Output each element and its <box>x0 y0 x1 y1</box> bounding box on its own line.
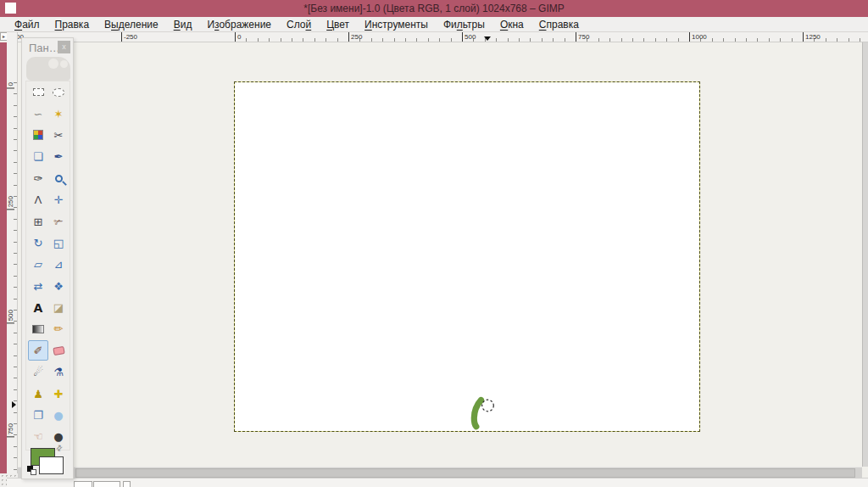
flip-icon: ⇄ <box>34 281 43 292</box>
airbrush-icon: ☄ <box>33 367 43 378</box>
tool-button-flip[interactable]: ⇄ <box>28 276 48 296</box>
tool-button-pencil[interactable]: ✏ <box>48 319 69 339</box>
menu-select[interactable]: Выделение <box>97 19 166 31</box>
menu-tools[interactable]: Инструменты <box>357 19 436 31</box>
color-picker-icon: ✑ <box>34 173 43 184</box>
blur-sharpen-icon: ● <box>53 410 63 421</box>
title-bar: *[Без имени]-1.0 (Цвета RGB, 1 слой) 102… <box>0 0 868 17</box>
menu-edit[interactable]: Правка <box>47 19 97 31</box>
menu-windows[interactable]: Окна <box>492 19 531 31</box>
scale-icon: ◱ <box>53 238 64 249</box>
tool-button-perspective-clone[interactable]: ❐ <box>28 406 48 426</box>
rotate-icon: ↻ <box>34 238 43 249</box>
menu-view[interactable]: Вид <box>166 19 200 31</box>
vertical-ruler[interactable]: 0250500750 <box>7 32 18 478</box>
canvas-background[interactable] <box>18 42 868 467</box>
tool-button-paintbrush[interactable]: ✐ <box>28 340 48 361</box>
text-icon: A <box>34 302 43 314</box>
statusbar-widget[interactable] <box>123 481 131 487</box>
select-by-color-icon <box>33 130 43 140</box>
zoom-icon <box>55 175 63 182</box>
toolbox-tab-label[interactable]: Пан… <box>29 42 60 54</box>
tool-button-zoom[interactable] <box>48 168 69 188</box>
bucket-fill-icon: ◪ <box>53 302 64 313</box>
h-ruler-label: 500 <box>462 32 476 42</box>
crop-icon: ✃ <box>54 216 64 227</box>
free-select-icon: ∽ <box>34 109 43 120</box>
statusbar-widget[interactable] <box>93 481 120 487</box>
scissors-select-icon: ✂ <box>54 130 64 141</box>
v-ruler-label: 0 <box>7 82 14 88</box>
default-colors-icon[interactable] <box>27 466 36 475</box>
tool-button-paths[interactable]: ✒ <box>48 147 69 167</box>
tool-button-ellipse-select[interactable] <box>48 82 69 103</box>
menu-image[interactable]: Изображение <box>199 19 279 31</box>
pencil-icon: ✏ <box>54 323 64 334</box>
v-ruler-pointer-marker <box>12 401 16 408</box>
paintbrush-icon: ✐ <box>34 345 43 356</box>
tool-button-free-select[interactable]: ∽ <box>28 104 48 124</box>
horizontal-ruler[interactable]: -500-250025050075010001250 <box>18 32 868 42</box>
h-ruler-label: 1000 <box>689 32 707 42</box>
h-ruler-label: 0 <box>235 32 241 42</box>
tool-button-heal[interactable]: ✚ <box>48 383 69 404</box>
tool-button-alignment[interactable]: ⊞ <box>28 211 48 232</box>
background-color-swatch[interactable] <box>39 456 64 474</box>
ellipse-select-icon <box>53 88 64 97</box>
h-ruler-label: 750 <box>576 32 589 42</box>
tool-button-eraser[interactable] <box>48 340 69 361</box>
gradient-icon <box>32 325 44 333</box>
vertical-scrollbar[interactable] <box>862 42 868 467</box>
toolbox-panel: Пан… x ∽✶✂❏✒✑Λ✛⊞✃↻◱▱⊿⇄❖A◪✏✐☄⚗♟✚❐●☜● ⇄ <box>21 37 74 479</box>
background-window-edge <box>0 42 7 487</box>
menu-file[interactable]: Файл <box>7 19 47 31</box>
close-icon[interactable]: x <box>58 41 70 53</box>
gimp-wilber-logo-icon <box>26 57 70 81</box>
tool-button-bucket-fill[interactable]: ◪ <box>48 298 69 318</box>
smudge-icon: ☜ <box>33 431 43 442</box>
h-ruler-pointer-marker <box>484 36 491 41</box>
menu-layer[interactable]: Слой <box>279 19 319 31</box>
h-ruler-label: -250 <box>121 32 137 42</box>
horizontal-scrollbar-thumb[interactable] <box>75 468 855 478</box>
tool-button-fuzzy-select[interactable]: ✶ <box>48 104 69 124</box>
menu-help[interactable]: Справка <box>531 19 587 31</box>
tool-button-foreground-select[interactable]: ❏ <box>28 147 48 167</box>
tool-button-scissors-select[interactable]: ✂ <box>48 125 69 145</box>
statusbar-widget[interactable] <box>74 481 92 487</box>
tool-button-blur-sharpen[interactable]: ● <box>48 406 69 426</box>
menu-filters[interactable]: Фильтры <box>436 19 492 31</box>
v-ruler-label: 750 <box>7 423 14 437</box>
v-ruler-label: 500 <box>7 310 14 323</box>
image-canvas[interactable] <box>235 82 699 431</box>
shear-icon: ▱ <box>34 259 42 270</box>
tool-button-clone[interactable]: ♟ <box>28 383 48 404</box>
tool-button-text[interactable]: A <box>28 298 48 318</box>
tool-button-select-by-color[interactable] <box>28 125 48 145</box>
heal-icon: ✚ <box>54 389 64 400</box>
h-ruler-label: 1250 <box>803 32 821 42</box>
alignment-icon: ⊞ <box>34 216 43 227</box>
layer-boundary <box>234 81 700 432</box>
tool-button-cage-transform[interactable]: ❖ <box>48 276 69 296</box>
tool-button-perspective[interactable]: ⊿ <box>48 255 69 275</box>
swap-colors-icon[interactable]: ⇄ <box>54 443 64 453</box>
menu-color[interactable]: Цвет <box>319 19 357 31</box>
tool-button-rectangle-select[interactable] <box>28 82 48 103</box>
v-ruler-label: 250 <box>7 196 14 210</box>
tool-button-ink[interactable]: ⚗ <box>48 362 69 383</box>
tool-button-scale[interactable]: ◱ <box>48 232 69 253</box>
move-icon: ✛ <box>54 194 64 205</box>
tool-button-measure[interactable]: Λ <box>28 190 48 210</box>
tool-button-rotate[interactable]: ↻ <box>28 232 48 253</box>
tool-button-crop[interactable]: ✃ <box>48 211 69 232</box>
tool-button-color-picker[interactable]: ✑ <box>28 168 48 188</box>
horizontal-scrollbar[interactable] <box>18 467 862 478</box>
tool-button-airbrush[interactable]: ☄ <box>28 362 48 383</box>
window-title: *[Без имени]-1.0 (Цвета RGB, 1 слой) 102… <box>303 3 564 14</box>
tool-button-move[interactable]: ✛ <box>48 190 69 210</box>
tool-button-shear[interactable]: ▱ <box>28 255 48 275</box>
tool-button-gradient[interactable] <box>28 319 48 339</box>
perspective-clone-icon: ❐ <box>33 410 43 421</box>
fuzzy-select-icon: ✶ <box>54 109 64 120</box>
